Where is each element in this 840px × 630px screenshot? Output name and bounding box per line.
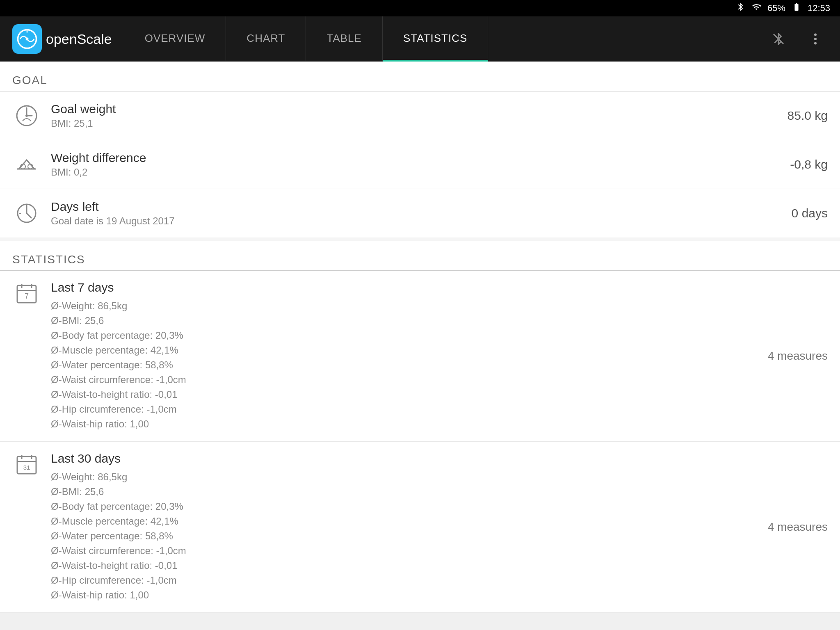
wifi-icon	[752, 2, 761, 14]
last-30-days-item: 31 Last 30 days Ø-Weight: 86,5kgØ-BMI: 2…	[0, 442, 840, 613]
last-7-days-lines: Ø-Weight: 86,5kgØ-BMI: 25,6Ø-Body fat pe…	[51, 299, 768, 431]
goal-weight-subtitle: BMI: 25,1	[51, 118, 788, 129]
top-navigation: openScale OVERVIEW CHART TABLE STATISTIC…	[0, 16, 840, 62]
clock-time: 12:53	[808, 3, 830, 14]
tab-table[interactable]: TABLE	[306, 16, 382, 62]
svg-point-6	[814, 42, 817, 45]
statistics-section-title: STATISTICS	[0, 241, 840, 270]
weight-difference-icon	[12, 150, 41, 179]
days-left-item: Days left Goal date is 19 August 2017 0 …	[0, 189, 840, 237]
svg-point-1	[26, 38, 29, 41]
goal-weight-text: Goal weight BMI: 25,1	[51, 102, 788, 129]
svg-point-8	[25, 114, 28, 117]
goal-weight-value: 85.0 kg	[788, 109, 828, 123]
weight-difference-value: -0,8 kg	[790, 158, 828, 171]
battery-level: 65%	[767, 3, 785, 14]
goal-weight-icon	[12, 101, 41, 130]
app-icon	[12, 24, 42, 54]
goal-weight-item: Goal weight BMI: 25,1 85.0 kg	[0, 91, 840, 140]
goal-weight-title: Goal weight	[51, 102, 788, 116]
weight-difference-subtitle: BMI: 0,2	[51, 167, 790, 178]
nav-actions	[754, 27, 840, 51]
last-30-days-text: Last 30 days Ø-Weight: 86,5kgØ-BMI: 25,6…	[51, 452, 768, 603]
last-7-days-period: Last 7 days	[51, 281, 768, 294]
last-7-days-text: Last 7 days Ø-Weight: 86,5kgØ-BMI: 25,6Ø…	[51, 281, 768, 431]
tab-chart[interactable]: CHART	[226, 16, 306, 62]
navigation-tabs: OVERVIEW CHART TABLE STATISTICS	[124, 16, 754, 62]
svg-point-4	[814, 34, 817, 36]
status-bar: 65% 12:53	[0, 0, 840, 16]
weight-difference-item: Weight difference BMI: 0,2 -0,8 kg	[0, 140, 840, 189]
svg-point-5	[814, 38, 817, 40]
more-options-icon[interactable]	[803, 27, 828, 51]
last-7-days-item: 7 Last 7 days Ø-Weight: 86,5kgØ-BMI: 25,…	[0, 271, 840, 442]
bluetooth-icon	[736, 2, 745, 14]
svg-text:31: 31	[23, 464, 30, 471]
days-left-text: Days left Goal date is 19 August 2017	[51, 200, 792, 227]
weight-difference-text: Weight difference BMI: 0,2	[51, 151, 790, 178]
statistics-section: STATISTICS 7 Last 7 days Ø-Weight: 86,5k…	[0, 241, 840, 613]
tab-overview[interactable]: OVERVIEW	[124, 16, 226, 62]
app-name: openScale	[46, 31, 112, 47]
goal-section-title: GOAL	[0, 62, 840, 91]
battery-icon	[792, 2, 801, 14]
app-logo-area: openScale	[0, 24, 124, 54]
last-7-days-measures: 4 measures	[768, 349, 828, 363]
weight-difference-title: Weight difference	[51, 151, 790, 165]
goal-section: GOAL Goal weight BMI: 25,1 85.0 kg	[0, 62, 840, 237]
last-30-days-lines: Ø-Weight: 86,5kgØ-BMI: 25,6Ø-Body fat pe…	[51, 470, 768, 603]
days-left-subtitle: Goal date is 19 August 2017	[51, 215, 792, 227]
days-left-title: Days left	[51, 200, 792, 214]
bluetooth-disabled-icon[interactable]	[766, 27, 791, 51]
main-content: GOAL Goal weight BMI: 25,1 85.0 kg	[0, 62, 840, 613]
last-30-days-measures: 4 measures	[768, 520, 828, 534]
last-30-days-period: Last 30 days	[51, 452, 768, 466]
days-left-value: 0 days	[792, 206, 828, 220]
svg-text:7: 7	[25, 292, 29, 300]
days-left-icon	[12, 199, 41, 228]
tab-statistics[interactable]: STATISTICS	[383, 16, 488, 62]
calendar-31-icon: 31	[12, 452, 41, 475]
calendar-7-icon: 7	[12, 281, 41, 304]
